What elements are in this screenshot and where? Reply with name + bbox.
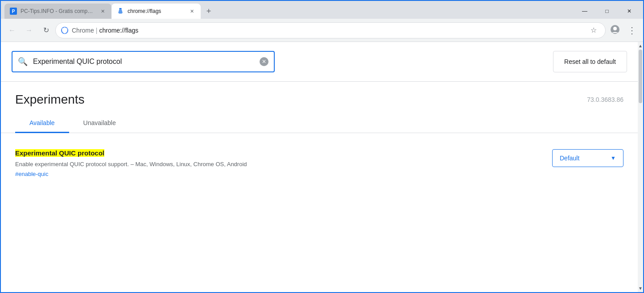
tab-available[interactable]: Available [15,114,69,133]
tab-favicon-pctips: P [10,8,17,15]
search-bar-area: 🔍 ✕ Reset all to default [1,42,638,82]
flag-dropdown[interactable]: Default ▼ [552,149,623,167]
version-label: 73.0.3683.86 [587,96,623,103]
search-input[interactable] [33,58,254,66]
reset-all-button[interactable]: Reset all to default [553,51,627,72]
refresh-icon: ↻ [43,26,49,34]
forward-button[interactable]: → [21,23,37,38]
maximize-button[interactable]: □ [597,4,617,18]
address-bar[interactable]: Chrome | chrome://flags ☆ [55,22,606,38]
flag-anchor[interactable]: #enable-quic [15,171,538,177]
menu-icon: ⋮ [627,25,636,36]
tab-title-pctips: PC-Tips.INFO - Gratis computer t [21,8,95,14]
flag-item-enable-quic: Experimental QUIC protocol Enable experi… [15,144,623,183]
search-clear-button[interactable]: ✕ [260,57,268,66]
experiments-header: Experiments 73.0.3683.86 [1,82,638,110]
close-button[interactable]: ✕ [619,4,640,18]
flag-dropdown-arrow-icon: ▼ [611,155,616,161]
back-button[interactable]: ← [4,23,20,38]
search-icon: 🔍 [18,57,28,67]
tab-close-flags[interactable]: ✕ [188,8,195,15]
scrollbar-thumb[interactable] [639,50,642,103]
flag-info: Experimental QUIC protocol Enable experi… [15,149,538,177]
flag-title: Experimental QUIC protocol [15,149,104,157]
back-icon: ← [8,26,16,34]
svg-rect-3 [120,8,122,9]
tab-favicon-flags [117,8,124,15]
site-security-icon [61,27,68,34]
flag-description: Enable experimental QUIC protocol suppor… [15,160,538,169]
svg-marker-2 [118,8,123,13]
main-content: 🔍 ✕ Reset all to default Experiments 73.… [1,42,638,292]
refresh-button[interactable]: ↻ [38,23,54,38]
page-title: Experiments [15,92,85,107]
search-wrapper: 🔍 ✕ [12,51,275,72]
address-site-name: Chrome [72,27,94,34]
address-divider: | [96,27,98,34]
scrollbar-up-arrow[interactable]: ▲ [638,42,643,50]
profile-icon [611,25,619,36]
flags-list: Experimental QUIC protocol Enable experi… [1,133,638,193]
scrollbar-down-arrow[interactable]: ▼ [638,285,643,292]
menu-button[interactable]: ⋮ [624,23,640,38]
bookmark-button[interactable]: ☆ [587,24,600,37]
svg-point-6 [613,27,617,30]
tab-pctips[interactable]: P PC-Tips.INFO - Gratis computer t ✕ [4,4,111,19]
profile-button[interactable] [607,23,623,38]
tabs-container: Available Unavailable [1,114,638,133]
tab-flags[interactable]: chrome://flags ✕ [111,4,201,19]
bookmark-icon: ☆ [590,26,597,34]
tab-close-pctips[interactable]: ✕ [99,8,106,15]
new-tab-button[interactable]: + [202,5,215,17]
svg-point-4 [119,13,122,14]
tab-unavailable[interactable]: Unavailable [69,114,130,133]
scrollbar: ▲ ▼ [638,42,643,292]
svg-text:P: P [12,9,15,14]
flag-dropdown-label: Default [560,155,603,162]
scrollbar-track[interactable] [639,50,642,285]
address-url: chrome://flags [99,27,138,34]
forward-icon: → [25,26,33,34]
flags-page: 🔍 ✕ Reset all to default Experiments 73.… [1,42,638,193]
clear-icon: ✕ [262,59,266,65]
address-text: Chrome | chrome://flags [72,27,138,34]
tab-title-flags: chrome://flags [128,8,185,14]
minimize-button[interactable]: — [574,4,595,18]
